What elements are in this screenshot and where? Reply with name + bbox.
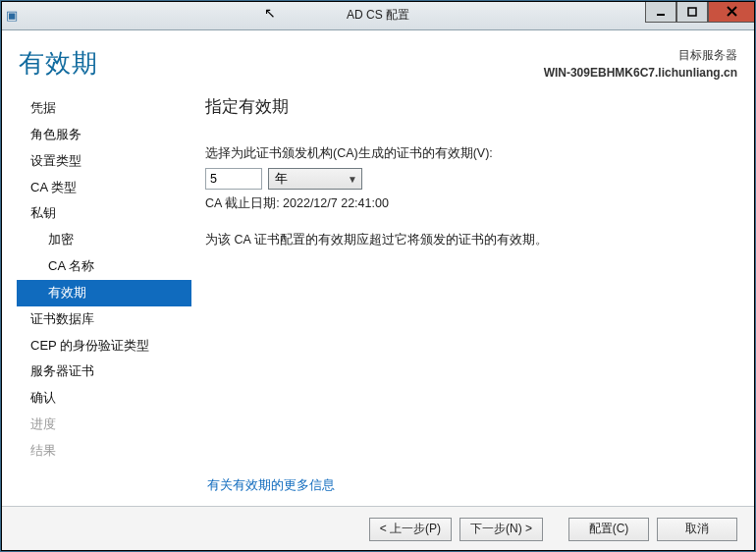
sidebar-item[interactable]: 私钥: [17, 200, 191, 227]
validity-value-input[interactable]: [205, 168, 262, 190]
sidebar-item[interactable]: CA 名称: [17, 253, 191, 280]
button-bar: < 上一步(P) 下一步(N) > 配置(C) 取消: [1, 506, 755, 551]
more-info-link[interactable]: 有关有效期的更多信息: [207, 477, 335, 494]
maximize-button[interactable]: [676, 1, 708, 23]
validity-unit-value: 年: [275, 171, 288, 188]
sidebar-item[interactable]: 加密: [17, 227, 191, 253]
sidebar-item[interactable]: CEP 的身份验证类型: [17, 333, 191, 359]
header-row: 有效期 目标服务器 WIN-309EBHMK6C7.lichunliang.cn: [17, 40, 739, 93]
sidebar-item[interactable]: 证书数据库: [17, 306, 191, 333]
window-title: AD CS 配置: [1, 7, 755, 24]
sidebar-item: 结果: [17, 438, 191, 465]
next-button[interactable]: 下一步(N) >: [459, 518, 543, 541]
validity-field-label: 选择为此证书颁发机构(CA)生成的证书的有效期(V):: [205, 145, 735, 162]
app-icon: ▣: [1, 8, 23, 23]
wizard-window: ▣ AD CS 配置 ↖ 有效期 目标服务器 WIN-309EBHMK6C7.l…: [0, 0, 756, 552]
chevron-down-icon: ▼: [348, 174, 357, 185]
page-title: 有效期: [19, 46, 98, 81]
cancel-button[interactable]: 取消: [657, 518, 737, 541]
configure-button[interactable]: 配置(C): [568, 518, 649, 541]
titlebar: ▣ AD CS 配置 ↖: [1, 1, 755, 30]
main-heading: 指定有效期: [205, 95, 735, 118]
cursor-icon: ↖: [264, 5, 276, 21]
main-panel: 指定有效期 选择为此证书颁发机构(CA)生成的证书的有效期(V): 年 ▼ CA…: [191, 93, 739, 459]
sidebar-item[interactable]: 角色服务: [17, 122, 191, 148]
sidebar-item[interactable]: 设置类型: [17, 148, 191, 175]
svg-rect-1: [688, 8, 696, 16]
sidebar: 凭据角色服务设置类型CA 类型私钥加密CA 名称有效期证书数据库CEP 的身份验…: [17, 93, 191, 459]
validity-row: 年 ▼: [205, 168, 735, 190]
columns: 凭据角色服务设置类型CA 类型私钥加密CA 名称有效期证书数据库CEP 的身份验…: [17, 93, 739, 459]
ca-expiry-line: CA 截止日期: 2022/12/7 22:41:00: [205, 195, 735, 212]
sidebar-item[interactable]: 确认: [17, 385, 191, 412]
sidebar-item[interactable]: 凭据: [17, 95, 191, 122]
sidebar-item: 进度: [17, 412, 191, 438]
close-button[interactable]: [708, 1, 755, 23]
sidebar-item[interactable]: 服务器证书: [17, 359, 191, 385]
validity-unit-select[interactable]: 年 ▼: [268, 168, 362, 190]
window-controls: [645, 1, 755, 23]
body-area: 有效期 目标服务器 WIN-309EBHMK6C7.lichunliang.cn…: [1, 30, 755, 506]
validity-hint: 为该 CA 证书配置的有效期应超过它将颁发的证书的有效期。: [205, 232, 735, 248]
target-server-label: 目标服务器: [544, 46, 737, 64]
minimize-button[interactable]: [645, 1, 676, 23]
target-server-host: WIN-309EBHMK6C7.lichunliang.cn: [544, 64, 737, 82]
previous-button[interactable]: < 上一步(P): [369, 518, 452, 541]
sidebar-item[interactable]: CA 类型: [17, 175, 191, 201]
target-server-block: 目标服务器 WIN-309EBHMK6C7.lichunliang.cn: [544, 46, 737, 82]
sidebar-item[interactable]: 有效期: [17, 280, 191, 306]
